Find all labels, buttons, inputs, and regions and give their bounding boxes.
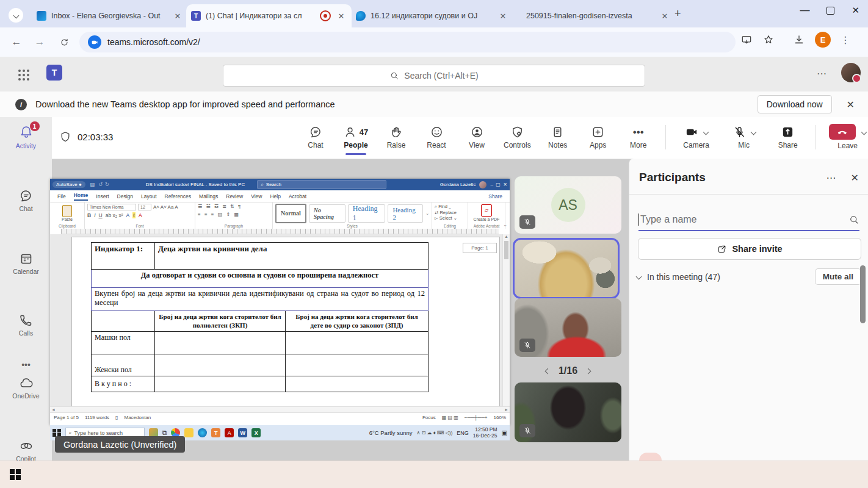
shared-explorer-icon[interactable]: [184, 428, 193, 437]
ribbon-tab-home[interactable]: Home: [74, 192, 89, 201]
leave-button[interactable]: Leave: [829, 124, 867, 150]
downloads-icon[interactable]: [793, 34, 805, 46]
create-pdf-label[interactable]: Create a PDF: [471, 217, 502, 221]
camera-chevron-icon[interactable]: [703, 129, 709, 135]
save-icon[interactable]: ▤: [90, 182, 95, 187]
sidebar-more-icon[interactable]: •••: [0, 360, 52, 370]
browser-tab-onedrive[interactable]: 16.12 индикатори судови и ОЈ ✕: [351, 4, 513, 27]
browser-tab-teams-active[interactable]: T (1) Chat | Индикатори за сл ✕: [186, 4, 352, 27]
sidebar-item-onedrive[interactable]: OneDrive: [0, 376, 52, 400]
bold-button[interactable]: B: [87, 212, 91, 218]
video-tile-participant-red[interactable]: [515, 298, 621, 357]
shared-excel-icon[interactable]: X: [251, 428, 261, 437]
section-chevron-icon[interactable]: [636, 274, 642, 280]
ribbon-tab-mailings[interactable]: Mailings: [199, 193, 218, 199]
next-page-icon[interactable]: [585, 368, 591, 374]
panel-close-icon[interactable]: ✕: [851, 172, 859, 184]
ribbon-tab-layout[interactable]: Layout: [141, 193, 157, 199]
mic-chevron-icon[interactable]: [750, 129, 756, 135]
camera-in-use-icon[interactable]: [88, 35, 101, 49]
view-button[interactable]: View: [463, 125, 490, 149]
word-user-avatar[interactable]: [479, 181, 486, 188]
start-button[interactable]: [10, 469, 21, 480]
panel-more-icon[interactable]: ⋯: [826, 172, 836, 184]
document-page[interactable]: Индикатор 1: Деца жртви на кривични дела…: [71, 237, 500, 406]
ribbon-tab-review[interactable]: Review: [226, 193, 243, 199]
find-button[interactable]: ⌕ Find ⌄: [435, 204, 465, 210]
table-cell[interactable]: [286, 332, 429, 354]
ribbon-collapse-icon[interactable]: ⌄: [503, 222, 507, 228]
table-cell[interactable]: Деца жртви на кривични дела: [155, 243, 429, 270]
more-button[interactable]: •••More: [625, 125, 652, 149]
redo-icon[interactable]: ↻: [105, 182, 109, 187]
style-heading1[interactable]: Heading 1: [348, 204, 386, 223]
ribbon-tab-acrobat[interactable]: Acrobat: [289, 193, 306, 199]
shared-tray-icons[interactable]: ∧ ⊡ ☁ ♦ ⌨ ◁)): [417, 430, 453, 436]
replace-button[interactable]: ⇄ Replace: [435, 210, 465, 215]
proofing-icon[interactable]: ▯: [115, 415, 118, 420]
teams-search-bar[interactable]: Search (Ctrl+Alt+E): [223, 65, 645, 87]
people-button[interactable]: 47 People: [342, 125, 369, 149]
paragraph-icons-row1[interactable]: ☰ ☱ ☲ ≣ ⇅ ¶: [198, 204, 270, 209]
table-cell[interactable]: Вкупен број на деца жртви на кривични де…: [92, 288, 429, 311]
close-tab-icon[interactable]: ✕: [336, 10, 347, 21]
forward-button[interactable]: →: [31, 33, 49, 51]
table-cell[interactable]: Да одговорат и судови со основна и судов…: [92, 270, 429, 288]
window-minimize-button[interactable]: —: [800, 5, 809, 16]
style-no-spacing[interactable]: No Spacing: [309, 204, 345, 223]
shared-weather[interactable]: 6°C Partly sunny: [369, 429, 413, 436]
ribbon-tab-references[interactable]: References: [165, 193, 191, 199]
undo-icon[interactable]: ↺: [98, 182, 103, 187]
ribbon-tab-view[interactable]: View: [251, 193, 262, 199]
ribbon-tab-help[interactable]: Help: [270, 193, 280, 199]
prev-page-icon[interactable]: [544, 368, 551, 374]
teams-more-icon[interactable]: ⋯: [817, 68, 826, 79]
reload-button[interactable]: [55, 33, 73, 51]
create-pdf-icon[interactable]: ▱: [481, 204, 492, 217]
mute-all-button[interactable]: Mute all: [815, 268, 861, 285]
font-name-select[interactable]: Times New Roma: [87, 204, 136, 210]
shared-language[interactable]: ENG: [457, 430, 469, 436]
view-mode-icons[interactable]: ▦ ▤ ▥: [442, 415, 458, 420]
browser-menu-icon[interactable]: ⋮: [841, 34, 851, 46]
window-close-button[interactable]: ✕: [852, 5, 859, 16]
cast-to-device-icon[interactable]: [740, 34, 753, 46]
close-tab-icon[interactable]: ✕: [172, 10, 183, 21]
style-heading2[interactable]: Heading 2: [388, 204, 423, 223]
close-tab-icon[interactable]: ✕: [659, 10, 670, 21]
table-cell[interactable]: Индикатор 1:: [92, 243, 155, 270]
mic-button[interactable]: Mic: [727, 125, 761, 149]
window-restore-button[interactable]: [826, 7, 834, 15]
table-cell[interactable]: [92, 311, 155, 332]
table-cell[interactable]: В к у п н о :: [92, 376, 155, 392]
shared-acrobat-icon[interactable]: A: [225, 428, 234, 437]
react-button[interactable]: React: [423, 125, 450, 149]
italic-button[interactable]: I: [94, 212, 95, 218]
apps-button[interactable]: Apps: [585, 125, 612, 149]
sidebar-item-calls[interactable]: Calls: [0, 313, 52, 337]
browser-tab-report[interactable]: 250915-finalen-godisen-izvesta ✕: [513, 4, 675, 27]
sidebar-item-chat[interactable]: Chat: [0, 188, 52, 212]
paste-label[interactable]: Paste: [62, 217, 73, 221]
video-tile-speaker-gordana[interactable]: [513, 238, 620, 299]
shared-notification-icon[interactable]: ▣: [502, 429, 507, 436]
teams-avatar[interactable]: [841, 63, 861, 82]
browser-tab-outlook[interactable]: Inbox - Elena Georgievska - Out ✕: [32, 4, 188, 27]
sidebar-item-calendar[interactable]: Calendar: [0, 251, 52, 275]
status-page[interactable]: Page 1 of 5: [54, 415, 79, 420]
table-cell[interactable]: Женски пол: [92, 354, 155, 376]
paste-icon[interactable]: [62, 205, 72, 217]
table-cell[interactable]: Број на деца жртви кога сторителот бил п…: [155, 311, 286, 332]
shared-edge-icon[interactable]: [198, 428, 207, 437]
address-bar[interactable]: teams.microsoft.com/v2/: [79, 32, 736, 52]
focus-button[interactable]: Focus: [422, 415, 436, 420]
vertical-scrollbar[interactable]: ▲: [502, 234, 510, 406]
table-cell[interactable]: [155, 376, 286, 392]
teams-logo[interactable]: T: [46, 65, 62, 81]
ribbon-tab-file[interactable]: File: [57, 193, 66, 199]
profile-avatar[interactable]: E: [815, 32, 831, 48]
word-share-button[interactable]: Share: [488, 193, 502, 199]
leave-chevron-icon[interactable]: [861, 129, 867, 135]
select-button[interactable]: ▻ Select ⌄: [435, 215, 465, 221]
shared-word-icon[interactable]: W: [238, 428, 247, 437]
